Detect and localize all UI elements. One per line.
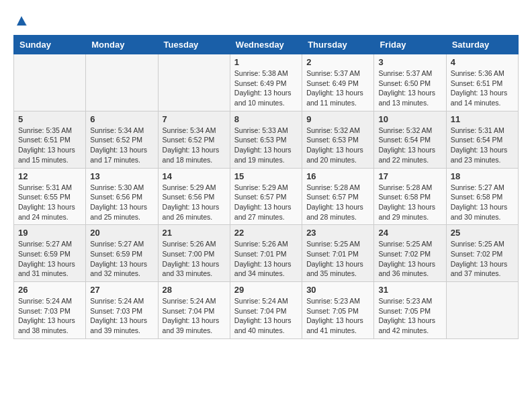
day-number: 2 xyxy=(306,57,369,67)
day-info: Sunrise: 5:24 AM Sunset: 7:03 PM Dayligh… xyxy=(90,296,153,336)
day-info: Sunrise: 5:37 AM Sunset: 6:49 PM Dayligh… xyxy=(306,68,369,108)
calendar-cell: 1Sunrise: 5:38 AM Sunset: 6:49 PM Daylig… xyxy=(230,54,302,111)
day-info: Sunrise: 5:36 AM Sunset: 6:51 PM Dayligh… xyxy=(451,68,514,108)
day-number: 1 xyxy=(234,57,298,67)
weekday-header-sunday: Sunday xyxy=(14,36,86,54)
day-number: 12 xyxy=(18,171,81,181)
day-number: 24 xyxy=(378,228,441,238)
calendar-cell: 31Sunrise: 5:23 AM Sunset: 7:05 PM Dayli… xyxy=(374,282,446,339)
day-info: Sunrise: 5:29 AM Sunset: 6:56 PM Dayligh… xyxy=(163,183,226,222)
day-number: 19 xyxy=(18,228,81,238)
day-info: Sunrise: 5:26 AM Sunset: 7:01 PM Dayligh… xyxy=(234,239,298,279)
day-number: 27 xyxy=(90,285,153,295)
day-info: Sunrise: 5:24 AM Sunset: 7:03 PM Dayligh… xyxy=(18,296,81,336)
calendar-cell: 18Sunrise: 5:27 AM Sunset: 6:58 PM Dayli… xyxy=(446,168,518,225)
day-number: 5 xyxy=(18,114,81,124)
day-number: 23 xyxy=(306,228,369,238)
weekday-header-saturday: Saturday xyxy=(446,36,518,54)
day-number: 30 xyxy=(306,285,369,295)
calendar-cell: 17Sunrise: 5:28 AM Sunset: 6:58 PM Dayli… xyxy=(374,168,446,225)
logo xyxy=(13,13,30,28)
calendar-cell: 2Sunrise: 5:37 AM Sunset: 6:49 PM Daylig… xyxy=(302,54,374,111)
day-info: Sunrise: 5:25 AM Sunset: 7:02 PM Dayligh… xyxy=(378,239,441,279)
calendar-cell xyxy=(14,54,86,111)
week-row-3: 12Sunrise: 5:31 AM Sunset: 6:55 PM Dayli… xyxy=(14,168,519,225)
day-info: Sunrise: 5:23 AM Sunset: 7:05 PM Dayligh… xyxy=(378,296,441,336)
week-row-4: 19Sunrise: 5:27 AM Sunset: 6:59 PM Dayli… xyxy=(14,225,519,282)
day-info: Sunrise: 5:32 AM Sunset: 6:54 PM Dayligh… xyxy=(378,126,441,165)
day-info: Sunrise: 5:27 AM Sunset: 6:59 PM Dayligh… xyxy=(18,239,81,279)
calendar-cell: 24Sunrise: 5:25 AM Sunset: 7:02 PM Dayli… xyxy=(374,225,446,282)
week-row-1: 1Sunrise: 5:38 AM Sunset: 6:49 PM Daylig… xyxy=(14,54,519,111)
weekday-header-monday: Monday xyxy=(86,36,158,54)
calendar-cell: 27Sunrise: 5:24 AM Sunset: 7:03 PM Dayli… xyxy=(86,282,158,339)
day-number: 3 xyxy=(378,57,441,67)
calendar-cell: 25Sunrise: 5:25 AM Sunset: 7:02 PM Dayli… xyxy=(446,225,518,282)
calendar-cell: 3Sunrise: 5:37 AM Sunset: 6:50 PM Daylig… xyxy=(374,54,446,111)
day-info: Sunrise: 5:28 AM Sunset: 6:58 PM Dayligh… xyxy=(378,183,441,222)
week-row-2: 5Sunrise: 5:35 AM Sunset: 6:51 PM Daylig… xyxy=(14,111,519,168)
calendar-cell: 14Sunrise: 5:29 AM Sunset: 6:56 PM Dayli… xyxy=(158,168,230,225)
day-number: 22 xyxy=(234,228,298,238)
day-info: Sunrise: 5:38 AM Sunset: 6:49 PM Dayligh… xyxy=(234,68,298,108)
calendar-cell: 23Sunrise: 5:25 AM Sunset: 7:01 PM Dayli… xyxy=(302,225,374,282)
calendar-cell xyxy=(86,54,158,111)
weekday-header-thursday: Thursday xyxy=(302,36,374,54)
day-number: 15 xyxy=(234,171,298,181)
calendar-table: SundayMondayTuesdayWednesdayThursdayFrid… xyxy=(13,35,519,339)
calendar-cell: 6Sunrise: 5:34 AM Sunset: 6:52 PM Daylig… xyxy=(86,111,158,168)
day-number: 25 xyxy=(451,228,514,238)
calendar-cell: 22Sunrise: 5:26 AM Sunset: 7:01 PM Dayli… xyxy=(230,225,302,282)
day-info: Sunrise: 5:27 AM Sunset: 6:59 PM Dayligh… xyxy=(90,239,153,279)
day-info: Sunrise: 5:23 AM Sunset: 7:05 PM Dayligh… xyxy=(306,296,369,336)
calendar-cell: 5Sunrise: 5:35 AM Sunset: 6:51 PM Daylig… xyxy=(14,111,86,168)
day-number: 20 xyxy=(90,228,153,238)
day-number: 7 xyxy=(163,114,226,124)
day-number: 14 xyxy=(163,171,226,181)
calendar-cell xyxy=(158,54,230,111)
day-number: 16 xyxy=(306,171,369,181)
day-info: Sunrise: 5:29 AM Sunset: 6:57 PM Dayligh… xyxy=(234,183,298,222)
day-info: Sunrise: 5:31 AM Sunset: 6:54 PM Dayligh… xyxy=(451,126,514,165)
calendar-cell: 19Sunrise: 5:27 AM Sunset: 6:59 PM Dayli… xyxy=(14,225,86,282)
day-info: Sunrise: 5:27 AM Sunset: 6:58 PM Dayligh… xyxy=(451,183,514,222)
day-info: Sunrise: 5:34 AM Sunset: 6:52 PM Dayligh… xyxy=(163,126,226,165)
day-info: Sunrise: 5:34 AM Sunset: 6:52 PM Dayligh… xyxy=(90,126,153,165)
calendar-cell: 9Sunrise: 5:32 AM Sunset: 6:53 PM Daylig… xyxy=(302,111,374,168)
calendar-cell: 10Sunrise: 5:32 AM Sunset: 6:54 PM Dayli… xyxy=(374,111,446,168)
day-info: Sunrise: 5:30 AM Sunset: 6:56 PM Dayligh… xyxy=(90,183,153,222)
calendar-cell: 28Sunrise: 5:24 AM Sunset: 7:04 PM Dayli… xyxy=(158,282,230,339)
calendar-cell: 21Sunrise: 5:26 AM Sunset: 7:00 PM Dayli… xyxy=(158,225,230,282)
page-header xyxy=(13,13,519,28)
day-info: Sunrise: 5:25 AM Sunset: 7:01 PM Dayligh… xyxy=(306,239,369,279)
day-number: 9 xyxy=(306,114,369,124)
calendar-cell: 7Sunrise: 5:34 AM Sunset: 6:52 PM Daylig… xyxy=(158,111,230,168)
calendar-cell: 20Sunrise: 5:27 AM Sunset: 6:59 PM Dayli… xyxy=(86,225,158,282)
day-number: 10 xyxy=(378,114,441,124)
day-number: 29 xyxy=(234,285,298,295)
day-number: 13 xyxy=(90,171,153,181)
day-info: Sunrise: 5:31 AM Sunset: 6:55 PM Dayligh… xyxy=(18,183,81,222)
day-info: Sunrise: 5:33 AM Sunset: 6:53 PM Dayligh… xyxy=(234,126,298,165)
day-number: 6 xyxy=(90,114,153,124)
day-number: 31 xyxy=(378,285,441,295)
calendar-cell: 8Sunrise: 5:33 AM Sunset: 6:53 PM Daylig… xyxy=(230,111,302,168)
day-number: 4 xyxy=(451,57,514,67)
calendar-cell: 13Sunrise: 5:30 AM Sunset: 6:56 PM Dayli… xyxy=(86,168,158,225)
weekday-header-row: SundayMondayTuesdayWednesdayThursdayFrid… xyxy=(14,36,519,54)
calendar-cell: 26Sunrise: 5:24 AM Sunset: 7:03 PM Dayli… xyxy=(14,282,86,339)
day-info: Sunrise: 5:25 AM Sunset: 7:02 PM Dayligh… xyxy=(451,239,514,279)
calendar-cell: 11Sunrise: 5:31 AM Sunset: 6:54 PM Dayli… xyxy=(446,111,518,168)
day-number: 17 xyxy=(378,171,441,181)
day-info: Sunrise: 5:32 AM Sunset: 6:53 PM Dayligh… xyxy=(306,126,369,165)
calendar-cell: 15Sunrise: 5:29 AM Sunset: 6:57 PM Dayli… xyxy=(230,168,302,225)
calendar-cell: 4Sunrise: 5:36 AM Sunset: 6:51 PM Daylig… xyxy=(446,54,518,111)
day-number: 11 xyxy=(451,114,514,124)
calendar-cell: 29Sunrise: 5:24 AM Sunset: 7:04 PM Dayli… xyxy=(230,282,302,339)
calendar-cell: 12Sunrise: 5:31 AM Sunset: 6:55 PM Dayli… xyxy=(14,168,86,225)
day-info: Sunrise: 5:37 AM Sunset: 6:50 PM Dayligh… xyxy=(378,68,441,108)
day-number: 21 xyxy=(163,228,226,238)
day-info: Sunrise: 5:24 AM Sunset: 7:04 PM Dayligh… xyxy=(163,296,226,336)
week-row-5: 26Sunrise: 5:24 AM Sunset: 7:03 PM Dayli… xyxy=(14,282,519,339)
day-number: 26 xyxy=(18,285,81,295)
